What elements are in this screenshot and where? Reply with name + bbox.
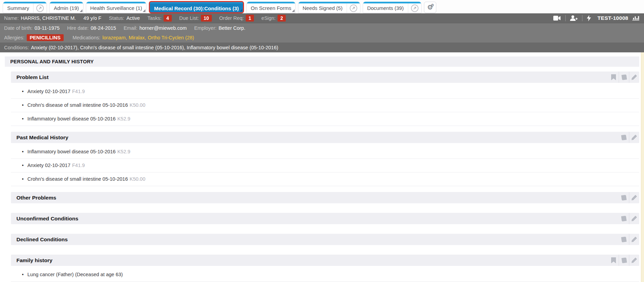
journal-button[interactable] xyxy=(619,192,629,203)
section-header: Unconfirmed Conditions xyxy=(11,213,639,224)
edit-button[interactable] xyxy=(629,255,639,266)
gear-small-icon: ⚙ xyxy=(431,3,434,8)
section-title: Family history xyxy=(16,257,52,264)
section-header: Family history xyxy=(11,255,639,266)
patient-email: horner@mieweb.com xyxy=(139,25,186,31)
tab-on-screen-forms[interactable]: On Screen Forms xyxy=(246,2,296,13)
tab-needs-signed[interactable]: Needs Signed (5) xyxy=(298,2,360,13)
patient-employer: Better Corp. xyxy=(219,25,245,31)
patient-header: Name: HARRIS, CHRISTINE M. 49 y/o F Stat… xyxy=(0,13,644,52)
edit-button[interactable] xyxy=(629,192,639,203)
medication-link[interactable]: Miralax, xyxy=(129,35,146,40)
section-other-problems: Other Problems xyxy=(11,192,639,203)
patient-demographics-row: Date of birth: 03-11-1975 Hire date: 08-… xyxy=(0,23,644,33)
list-item[interactable]: Lung cancer (Father) (Deceased at age 63… xyxy=(11,268,639,282)
bar-chart-icon xyxy=(632,15,639,21)
allergy-penicillins-badge[interactable]: PENICILLINS xyxy=(27,34,64,41)
section-title: Declined Conditions xyxy=(16,236,68,243)
icd-code: F41.9 xyxy=(72,89,85,94)
open-in-new-window-button[interactable] xyxy=(33,2,47,13)
edit-button[interactable] xyxy=(629,234,639,245)
icd-code: K50.00 xyxy=(130,102,145,108)
medication-link[interactable]: lorazepam, xyxy=(102,35,127,40)
patient-dob: 03-11-1975 xyxy=(35,25,60,31)
pencil-icon xyxy=(631,257,637,263)
medication-link[interactable]: Ortho Tri-Cyclen (28) xyxy=(148,35,194,40)
tasks-label: Tasks: xyxy=(147,15,162,21)
section-title: Past Medical History xyxy=(16,134,68,141)
status-label: Status: xyxy=(109,15,124,21)
scrollbar-track[interactable] xyxy=(641,52,644,282)
add-person-button[interactable] xyxy=(566,15,582,21)
list-item[interactable]: Anxiety 02-10-2017F41.9 xyxy=(11,159,639,172)
tab-admin[interactable]: Admin (19) xyxy=(49,2,83,13)
list-item[interactable]: Crohn's disease of small intestine 05-10… xyxy=(11,99,639,112)
pencil-icon xyxy=(631,236,637,242)
tab-settings-button[interactable]: ⚙ ⚙ xyxy=(424,2,436,13)
open-in-new-window-button[interactable] xyxy=(408,2,421,13)
hire-date-label: Hire date: xyxy=(67,25,89,31)
chart-tab-bar: Summary Admin (19) Health Surveillance (… xyxy=(0,0,644,13)
condition-sections: Problem List Anxiety 02-10-2017F41.9 Cro… xyxy=(11,72,639,282)
list-item[interactable]: Crohn's disease of small intestine 05-10… xyxy=(11,172,639,186)
patient-conditions: Anxiety (02-10-2017), Crohn's disease of… xyxy=(31,45,279,50)
patient-chart-stats-button[interactable] xyxy=(632,15,640,21)
due-list-count-badge[interactable]: 10 xyxy=(201,15,212,22)
open-in-new-window-button[interactable] xyxy=(347,2,360,13)
condition-text: Crohn's disease of small intestine 05-10… xyxy=(27,176,128,182)
edit-button[interactable] xyxy=(629,72,639,83)
page-title: PERSONAL AND FAMILY HISTORY xyxy=(10,59,94,64)
patient-hire-date: 08-24-2015 xyxy=(91,25,116,31)
bookmark-button[interactable] xyxy=(608,72,619,83)
order-req-label: Order Req: xyxy=(219,15,244,21)
icd-code: K50.00 xyxy=(130,176,145,182)
patient-chart-id: TEST-10008 xyxy=(597,15,628,21)
pencil-icon xyxy=(631,195,637,201)
order-req-count-badge[interactable]: 1 xyxy=(246,15,254,22)
tab-documents[interactable]: Documents (39) xyxy=(363,2,422,13)
tab-medical-record-label: Medical Record (30):Conditions (3) xyxy=(150,2,243,12)
journal-button[interactable] xyxy=(619,234,629,245)
book-icon xyxy=(621,74,627,80)
journal-button[interactable] xyxy=(619,72,629,83)
past-medical-history-items: Inflammatory bowel disease 05-10-2016K52… xyxy=(11,145,639,186)
external-link-icon xyxy=(36,4,44,12)
section-actions xyxy=(619,234,639,245)
medications-label: Medications: xyxy=(73,35,100,40)
section-title: Other Problems xyxy=(16,195,56,201)
tab-summary[interactable]: Summary xyxy=(3,2,47,13)
tab-medical-record-conditions[interactable]: Medical Record (30):Conditions (3) xyxy=(149,1,244,13)
pencil-icon xyxy=(631,134,637,140)
video-visit-button[interactable] xyxy=(549,16,565,21)
tab-health-surveillance-label: Health Surveillance (1) xyxy=(86,2,146,13)
journal-button[interactable] xyxy=(619,255,629,266)
page-header-band: PERSONAL AND FAMILY HISTORY xyxy=(5,56,639,67)
tab-summary-label: Summary xyxy=(3,2,33,13)
list-item[interactable]: Anxiety 02-10-2017F41.9 xyxy=(11,85,639,99)
quick-action-button[interactable] xyxy=(582,15,595,21)
edit-button[interactable] xyxy=(629,213,639,224)
book-icon xyxy=(621,236,627,242)
journal-button[interactable] xyxy=(619,132,629,143)
section-actions xyxy=(619,132,639,143)
journal-button[interactable] xyxy=(619,213,629,224)
book-icon xyxy=(621,195,627,201)
list-item[interactable]: Inflammatory bowel disease 05-10-2016K52… xyxy=(11,112,639,126)
bookmark-button[interactable] xyxy=(608,255,619,266)
section-title: Unconfirmed Conditions xyxy=(16,216,78,222)
tasks-count-badge[interactable]: 4 xyxy=(164,15,172,22)
conditions-content: PERSONAL AND FAMILY HISTORY Problem List xyxy=(0,52,644,282)
esign-count-badge[interactable]: 2 xyxy=(278,15,286,22)
name-label: Name: xyxy=(4,15,19,21)
edit-button[interactable] xyxy=(629,132,639,143)
section-actions xyxy=(608,72,639,83)
section-header: Problem List xyxy=(11,72,639,83)
external-link-icon xyxy=(411,4,418,12)
employer-label: Employer: xyxy=(194,25,217,31)
list-item[interactable]: Inflammatory bowel disease 05-10-2016K52… xyxy=(11,145,639,159)
patient-name: HARRIS, CHRISTINE M. xyxy=(21,15,76,21)
tab-health-surveillance[interactable]: Health Surveillance (1) xyxy=(86,2,147,13)
allergies-medications-row: Allergies: PENICILLINS Medications: lora… xyxy=(0,33,644,42)
person-add-icon xyxy=(570,15,578,21)
condition-text: Crohn's disease of small intestine 05-10… xyxy=(27,102,128,108)
